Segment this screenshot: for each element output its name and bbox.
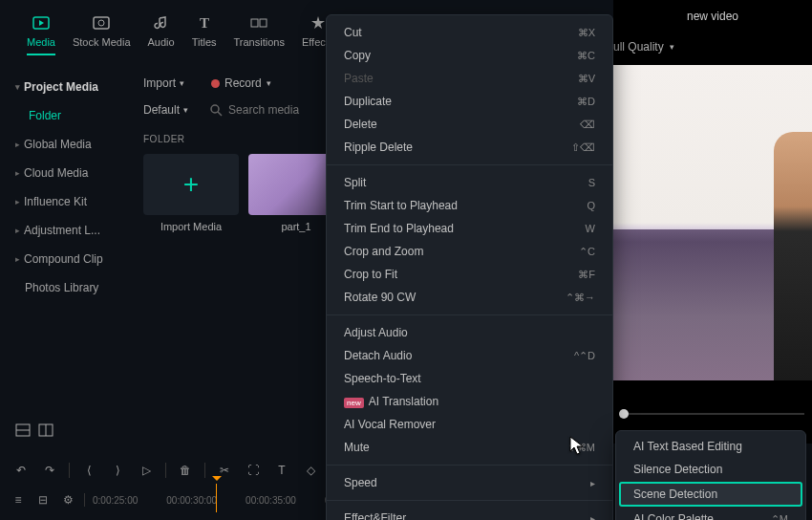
shortcut: ⌘X [578, 27, 595, 39]
menu-separator [327, 164, 612, 165]
chevron-right-icon: ▸ [15, 140, 20, 149]
chevron-right-icon: ▸ [590, 478, 595, 488]
text-icon[interactable]: T [272, 461, 291, 480]
chevron-down-icon: ▾ [267, 78, 271, 88]
menu-item-adjust-audio[interactable]: Adjust Audio [327, 321, 612, 344]
record-button[interactable]: Record▾ [203, 73, 279, 94]
preview-subject [774, 132, 812, 380]
svg-rect-6 [260, 19, 267, 27]
sidebar-item-cloud-media[interactable]: ▸Cloud Media [0, 159, 128, 187]
stock-media-icon [92, 13, 111, 32]
menu-item-crop-and-zoom[interactable]: Crop and Zoom⌃C [327, 240, 612, 263]
chevron-right-icon: ▸ [15, 197, 20, 206]
menu-item-speech-to-text[interactable]: Speech-to-Text [327, 367, 612, 390]
import-button[interactable]: Import▾ [136, 73, 192, 94]
menu-item-split[interactable]: SplitS [327, 171, 612, 194]
chevron-right-icon: ▸ [15, 254, 20, 264]
sidebar-item-photos-library[interactable]: Photos Library [0, 273, 128, 302]
menu-item-duplicate[interactable]: Duplicate⌘D [327, 90, 612, 113]
effects-icon [309, 13, 328, 32]
menu-item-detach-audio[interactable]: Detach Audio^⌃D [327, 344, 612, 367]
menu-item-ripple-delete[interactable]: Ripple Delete⇧⌫ [327, 136, 612, 159]
sidebar-item-influence-kit[interactable]: ▸Influence Kit [0, 187, 128, 216]
chevron-down-icon: ▾ [180, 78, 184, 88]
menu-item-trim-end-to-playhead[interactable]: Trim End to PlayheadW [327, 217, 612, 240]
menu-item-rotate-90-cw[interactable]: Rotate 90 CW⌃⌘→ [327, 286, 612, 309]
chevron-right-icon: ▸ [15, 226, 20, 235]
svg-rect-2 [94, 17, 109, 29]
shortcut: ⌘F [578, 269, 595, 281]
separator [69, 463, 70, 478]
shortcut: ^⌃D [574, 350, 595, 362]
delete-icon[interactable]: 🗑 [176, 461, 195, 480]
menu-item-paste: Paste⌘V [327, 67, 612, 90]
menu-item-effect-filter[interactable]: Effect&Filter▸ [327, 507, 612, 520]
preview-quality-select[interactable]: ull Quality ▾ [613, 40, 674, 54]
tab-titles[interactable]: T Titles [188, 8, 221, 54]
panel-layout-icon[interactable] [13, 421, 32, 440]
ripple-icon[interactable]: ▷ [137, 461, 156, 480]
menu-item-copy[interactable]: Copy⌘C [327, 44, 612, 67]
shortcut: ⌃⌘→ [566, 292, 595, 304]
tab-media[interactable]: Media [23, 8, 59, 61]
search-icon [209, 103, 223, 117]
chevron-right-icon: ▸ [590, 513, 595, 521]
sidebar-item-project-media[interactable]: ▾Project Media [0, 73, 128, 101]
menu-separator [327, 500, 612, 501]
new-badge: new [344, 398, 364, 408]
media-tile-import[interactable]: + Import Media [143, 154, 239, 232]
timeline-settings-icon[interactable]: ⚙ [59, 491, 76, 509]
shortcut: Q [587, 200, 595, 211]
menu-item-ai-translation[interactable]: newAI Translation [327, 390, 612, 413]
record-dot-icon [211, 79, 220, 88]
crop-icon[interactable]: ⛶ [244, 461, 263, 480]
sidebar: ▾Project Media Folder ▸Global Media ▸Clo… [0, 69, 128, 444]
preview-video-frame[interactable] [613, 65, 812, 380]
tab-audio[interactable]: Audio [144, 8, 179, 54]
menu-item-crop-to-fit[interactable]: Crop to Fit⌘F [327, 263, 612, 286]
separator [165, 463, 166, 478]
menu-item-cut[interactable]: Cut⌘X [327, 21, 612, 44]
preview-scrubber[interactable] [621, 413, 804, 415]
separator [204, 463, 205, 478]
tab-stock-media[interactable]: Stock Media [69, 8, 135, 54]
mark-out-icon[interactable]: ⟩ [108, 461, 127, 480]
submenu-item-silence-detection[interactable]: Silence Detection [616, 458, 805, 481]
menu-item-delete[interactable]: Delete⌫ [327, 113, 612, 136]
track-list-icon[interactable]: ≡ [10, 491, 27, 509]
keyframe-icon[interactable]: ◇ [301, 461, 320, 480]
menu-item-ai-vocal-remover[interactable]: AI Vocal Remover [327, 413, 612, 436]
redo-icon[interactable]: ↷ [40, 461, 59, 480]
transitions-icon [249, 13, 268, 32]
menu-item-speed[interactable]: Speed▸ [327, 471, 612, 494]
chevron-down-icon: ▾ [183, 105, 188, 115]
separator [84, 493, 85, 507]
sort-select[interactable]: Default▾ [136, 99, 196, 120]
shortcut: ⌘C [577, 50, 595, 62]
context-menu: Cut⌘XCopy⌘CPaste⌘VDuplicate⌘DDelete⌫Ripp… [326, 14, 613, 520]
shortcut: ⌘D [577, 96, 595, 108]
plus-icon: + [183, 169, 199, 200]
sidebar-item-compound-clip[interactable]: ▸Compound Clip [0, 245, 128, 273]
playhead[interactable] [212, 476, 222, 486]
track-collapse-icon[interactable]: ⊟ [34, 491, 52, 509]
shortcut: ⌫ [580, 119, 595, 131]
shortcut: ⌘V [578, 73, 595, 85]
svg-rect-5 [251, 19, 258, 27]
mark-in-icon[interactable]: ⟨ [79, 461, 98, 480]
panel-split-icon[interactable] [36, 421, 55, 440]
submenu-item-scene-detection[interactable]: Scene Detection [620, 483, 801, 506]
sidebar-item-adjustment-layer[interactable]: ▸Adjustment L... [0, 216, 128, 245]
shortcut: ⌃M [771, 513, 788, 521]
titles-icon: T [195, 13, 214, 32]
sidebar-item-folder[interactable]: Folder [0, 101, 128, 130]
submenu-item-ai-text-based-editing[interactable]: AI Text Based Editing [616, 435, 805, 458]
submenu-item-ai-color-palette[interactable]: AI Color Palette⌃M [616, 508, 805, 520]
sidebar-item-global-media[interactable]: ▸Global Media [0, 130, 128, 159]
svg-line-11 [218, 112, 222, 116]
menu-item-mute[interactable]: Mute⇧⌘M [327, 436, 612, 459]
menu-item-trim-start-to-playhead[interactable]: Trim Start to PlayheadQ [327, 194, 612, 217]
svg-point-10 [211, 105, 219, 113]
undo-icon[interactable]: ↶ [11, 461, 31, 480]
tab-transitions[interactable]: Transitions [230, 8, 288, 54]
